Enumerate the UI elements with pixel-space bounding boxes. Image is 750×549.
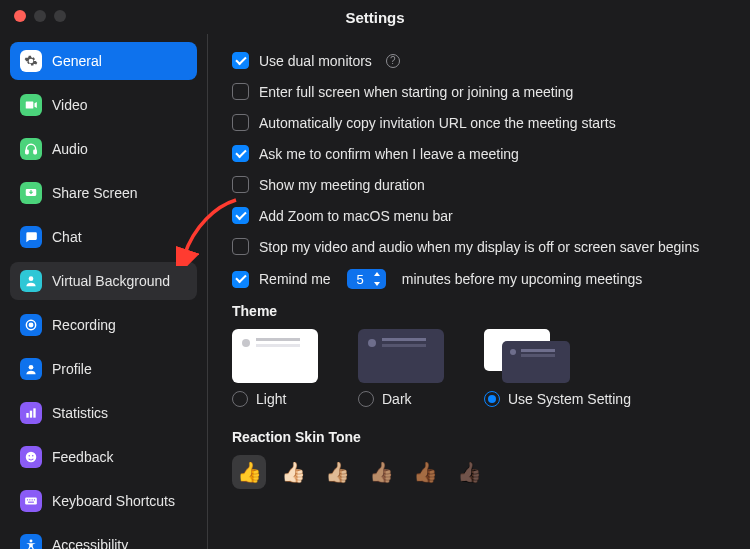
- sidebar-item-label: Share Screen: [52, 185, 138, 201]
- theme-radio[interactable]: [484, 391, 500, 407]
- option-checkbox[interactable]: [232, 238, 249, 255]
- svg-point-6: [29, 365, 34, 370]
- window-controls: [14, 10, 66, 22]
- sidebar-item-accessibility[interactable]: Accessibility: [10, 526, 197, 549]
- accessibility-icon: [20, 534, 42, 549]
- thumbs-up-icon: 👍🏻: [281, 460, 306, 484]
- svg-rect-1: [34, 150, 36, 154]
- video-icon: [20, 94, 42, 116]
- theme-radio[interactable]: [232, 391, 248, 407]
- sidebar-item-video[interactable]: Video: [10, 86, 197, 124]
- skin-tone-option[interactable]: 👍🏾: [408, 455, 442, 489]
- option-label: Add Zoom to macOS menu bar: [259, 208, 453, 224]
- info-icon[interactable]: ?: [386, 54, 400, 68]
- sidebar-item-label: Chat: [52, 229, 82, 245]
- headphones-icon: [20, 138, 42, 160]
- option-checkbox[interactable]: [232, 145, 249, 162]
- sidebar-item-label: Accessibility: [52, 537, 128, 549]
- svg-rect-18: [28, 502, 34, 503]
- remind-suffix: minutes before my upcoming meetings: [402, 271, 642, 287]
- svg-rect-15: [29, 499, 30, 500]
- theme-section-label: Theme: [232, 303, 730, 319]
- sidebar-item-label: Profile: [52, 361, 92, 377]
- svg-rect-13: [25, 498, 37, 505]
- remind-minutes-value: 5: [357, 272, 364, 287]
- profile-icon: [20, 358, 42, 380]
- sidebar-item-general[interactable]: General: [10, 42, 197, 80]
- svg-point-10: [26, 452, 37, 463]
- close-window-button[interactable]: [14, 10, 26, 22]
- theme-thumbnail: [358, 329, 444, 383]
- skin-tone-option[interactable]: 👍: [232, 455, 266, 489]
- skin-tone-option[interactable]: 👍🏿: [452, 455, 486, 489]
- svg-rect-0: [26, 150, 28, 154]
- svg-rect-9: [33, 408, 35, 417]
- svg-point-12: [32, 455, 34, 457]
- theme-label: Use System Setting: [508, 391, 631, 407]
- sidebar-item-label: Statistics: [52, 405, 108, 421]
- theme-option-system[interactable]: Use System Setting: [484, 329, 631, 407]
- svg-rect-17: [34, 499, 35, 500]
- sidebar-item-profile[interactable]: Profile: [10, 350, 197, 388]
- option-label: Show my meeting duration: [259, 177, 425, 193]
- option-label: Stop my video and audio when my display …: [259, 239, 699, 255]
- option-checkbox[interactable]: [232, 83, 249, 100]
- thumbs-up-icon: 👍🏽: [369, 460, 394, 484]
- zoom-window-button[interactable]: [54, 10, 66, 22]
- option-checkbox[interactable]: [232, 176, 249, 193]
- option-label: Enter full screen when starting or joini…: [259, 84, 573, 100]
- thumbs-up-icon: 👍🏾: [413, 460, 438, 484]
- theme-thumbnail: [232, 329, 318, 383]
- skin-tone-option[interactable]: 👍🏻: [276, 455, 310, 489]
- settings-panel-general: Use dual monitors?Enter full screen when…: [208, 34, 750, 549]
- option-row: Ask me to confirm when I leave a meeting: [232, 145, 730, 162]
- option-checkbox[interactable]: [232, 114, 249, 131]
- sidebar-item-statistics[interactable]: Statistics: [10, 394, 197, 432]
- option-row: Automatically copy invitation URL once t…: [232, 114, 730, 131]
- sidebar-item-audio[interactable]: Audio: [10, 130, 197, 168]
- theme-thumbnail: [484, 329, 570, 383]
- option-checkbox[interactable]: [232, 52, 249, 69]
- settings-sidebar: GeneralVideoAudioShare ScreenChatVirtual…: [0, 34, 208, 549]
- sidebar-item-label: Keyboard Shortcuts: [52, 493, 175, 509]
- keyboard-icon: [20, 490, 42, 512]
- remind-minutes-select[interactable]: 5: [347, 269, 386, 289]
- sidebar-item-label: Feedback: [52, 449, 113, 465]
- svg-rect-16: [32, 499, 33, 500]
- feedback-icon: [20, 446, 42, 468]
- thumbs-up-icon: 👍: [237, 460, 262, 484]
- window-title: Settings: [0, 9, 750, 26]
- option-row: Enter full screen when starting or joini…: [232, 83, 730, 100]
- option-label: Use dual monitors: [259, 53, 372, 69]
- theme-option-dark[interactable]: Dark: [358, 329, 444, 407]
- titlebar: Settings: [0, 0, 750, 34]
- skin-tone-options: 👍👍🏻👍🏼👍🏽👍🏾👍🏿: [232, 455, 730, 489]
- sidebar-item-virtual-background[interactable]: Virtual Background: [10, 262, 197, 300]
- option-row: Add Zoom to macOS menu bar: [232, 207, 730, 224]
- remind-checkbox[interactable]: [232, 271, 249, 288]
- theme-label: Light: [256, 391, 286, 407]
- sidebar-item-label: Recording: [52, 317, 116, 333]
- theme-radio[interactable]: [358, 391, 374, 407]
- option-row: Show my meeting duration: [232, 176, 730, 193]
- thumbs-up-icon: 👍🏿: [457, 460, 482, 484]
- sidebar-item-share-screen[interactable]: Share Screen: [10, 174, 197, 212]
- theme-options: LightDarkUse System Setting: [232, 329, 730, 407]
- sidebar-item-feedback[interactable]: Feedback: [10, 438, 197, 476]
- minimize-window-button[interactable]: [34, 10, 46, 22]
- theme-option-light[interactable]: Light: [232, 329, 318, 407]
- thumbs-up-icon: 👍🏼: [325, 460, 350, 484]
- skin-tone-option[interactable]: 👍🏽: [364, 455, 398, 489]
- option-checkbox[interactable]: [232, 207, 249, 224]
- stats-icon: [20, 402, 42, 424]
- gear-icon: [20, 50, 42, 72]
- option-label: Ask me to confirm when I leave a meeting: [259, 146, 519, 162]
- sidebar-item-keyboard-shortcuts[interactable]: Keyboard Shortcuts: [10, 482, 197, 520]
- skin-section-label: Reaction Skin Tone: [232, 429, 730, 445]
- option-remind-me: Remind me 5 minutes before my upcoming m…: [232, 269, 730, 289]
- svg-rect-14: [27, 499, 28, 500]
- skin-tone-option[interactable]: 👍🏼: [320, 455, 354, 489]
- sidebar-item-label: Virtual Background: [52, 273, 170, 289]
- sidebar-item-chat[interactable]: Chat: [10, 218, 197, 256]
- sidebar-item-recording[interactable]: Recording: [10, 306, 197, 344]
